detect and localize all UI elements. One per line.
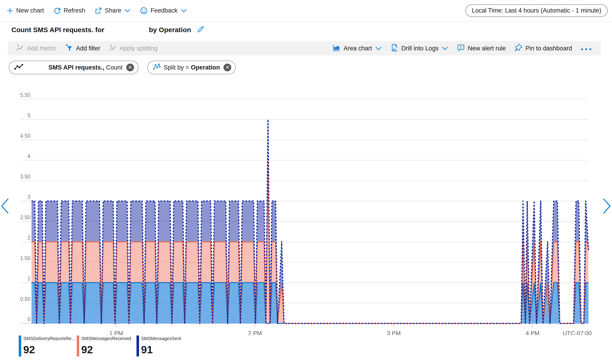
chart-toolbar: Add metric Add filter Apply splitting bbox=[8, 41, 601, 55]
y-axis-label: 1.50 bbox=[20, 255, 30, 261]
legend-series-name: SMSMessagesReceived bbox=[81, 336, 131, 341]
plus-icon bbox=[7, 7, 14, 14]
smiley-icon bbox=[140, 7, 148, 14]
scroll-right-button[interactable] bbox=[602, 198, 611, 215]
legend-series-value: 91 bbox=[141, 344, 181, 355]
y-axis-label: 1 bbox=[28, 275, 30, 282]
refresh-icon bbox=[54, 7, 61, 14]
add-filter-label: Add filter bbox=[76, 45, 100, 52]
y-axis-label: 4 bbox=[28, 153, 30, 159]
chevron-down-icon bbox=[375, 45, 382, 52]
legend-item[interactable]: SMSMessagesSent 91 bbox=[137, 336, 181, 356]
apply-splitting-button[interactable]: Apply splitting bbox=[106, 42, 160, 54]
legend-swatch bbox=[77, 336, 79, 356]
legend-item[interactable]: SMSMessagesReceived 92 bbox=[77, 336, 130, 356]
y-axis-label: 5 bbox=[28, 112, 30, 118]
add-filter-button[interactable]: Add filter bbox=[62, 42, 103, 55]
split-pill-label: Split by = bbox=[164, 64, 191, 71]
x-axis-label: 1 PM bbox=[109, 330, 123, 335]
pencil-icon bbox=[196, 31, 204, 34]
refresh-label: Refresh bbox=[64, 7, 85, 14]
scroll-left-button[interactable] bbox=[0, 198, 10, 215]
split-icon bbox=[153, 63, 161, 72]
chart-title-suffix: by Operation bbox=[149, 26, 191, 34]
y-axis-label: 3.50 bbox=[20, 174, 30, 180]
y-axis-label: 2 bbox=[28, 235, 30, 241]
split-pill[interactable]: Split by = Operation ✕ bbox=[147, 61, 236, 74]
metric-pill-name: SMS API requests., bbox=[48, 64, 104, 71]
drill-into-logs-label: Drill into Logs bbox=[401, 45, 439, 52]
ellipsis-icon bbox=[581, 44, 592, 52]
drill-into-logs-dropdown[interactable]: Drill into Logs bbox=[388, 42, 451, 55]
y-axis-label: 4.50 bbox=[20, 133, 30, 139]
pin-to-dashboard-label: Pin to dashboard bbox=[526, 45, 572, 52]
metric-pill-aggregation: Count bbox=[104, 64, 123, 71]
top-command-group: New chart Refresh Share bbox=[3, 5, 190, 16]
feedback-button[interactable]: Feedback bbox=[137, 5, 190, 16]
pin-icon bbox=[515, 43, 523, 53]
apply-splitting-icon bbox=[109, 44, 117, 53]
metrics-chart: 5.5054.5043.5032.5021.5010.5001 PM2 PM3 … bbox=[0, 87, 612, 335]
refresh-button[interactable]: Refresh bbox=[50, 5, 89, 16]
remove-metric-button[interactable]: ✕ bbox=[126, 64, 134, 71]
chevron-down-icon bbox=[442, 45, 448, 52]
chart-title-prefix: Count SMS API requests. for bbox=[11, 26, 104, 34]
more-commands-button[interactable] bbox=[578, 43, 594, 53]
metric-line-icon bbox=[14, 63, 24, 72]
chart-type-dropdown[interactable]: Area chart bbox=[330, 42, 384, 55]
legend-series-name: SMSDeliveryReportsRe... bbox=[23, 336, 75, 341]
new-chart-button[interactable]: New chart bbox=[3, 5, 47, 16]
chart-area: 5.5054.5043.5032.5021.5010.5001 PM2 PM3 … bbox=[0, 87, 612, 335]
alert-bubble-icon bbox=[457, 43, 465, 53]
timezone-label: UTC-07:00 bbox=[563, 330, 592, 335]
metric-pill[interactable]: SMS API requests., Count ✕ bbox=[9, 61, 139, 74]
x-axis-label: 3 PM bbox=[387, 330, 401, 335]
y-axis-label: 3 bbox=[28, 194, 30, 200]
legend-item[interactable]: SMSDeliveryReportsRe... 92 bbox=[19, 336, 70, 356]
legend-series-name: SMSMessagesSent bbox=[141, 336, 181, 341]
share-button[interactable]: Share bbox=[92, 5, 134, 16]
legend-series-value: 92 bbox=[23, 344, 75, 355]
edit-title-button[interactable] bbox=[196, 26, 204, 34]
chevron-left-icon bbox=[0, 211, 10, 215]
x-axis-label: 2 PM bbox=[248, 330, 262, 335]
legend-swatch bbox=[19, 336, 21, 356]
chart-toolbar-right: Area chart Drill into Logs New alert rul bbox=[330, 42, 594, 55]
redacted-resource-name bbox=[107, 29, 147, 31]
time-range-picker[interactable]: Local Time: Last 4 hours (Automatic - 1 … bbox=[465, 4, 608, 17]
chevron-down-icon bbox=[125, 9, 130, 13]
share-icon bbox=[95, 7, 102, 14]
chart-type-label: Area chart bbox=[344, 45, 372, 52]
share-label: Share bbox=[105, 7, 121, 14]
top-command-bar: New chart Refresh Share bbox=[0, 0, 612, 22]
pill-row: SMS API requests., Count ✕ Split by = Op… bbox=[9, 61, 236, 74]
split-pill-value: Operation bbox=[191, 64, 220, 71]
chart-toolbar-left: Add metric Add filter Apply splitting bbox=[14, 42, 160, 55]
drill-into-logs-icon bbox=[390, 43, 399, 53]
feedback-label: Feedback bbox=[151, 7, 178, 14]
chevron-down-icon bbox=[181, 9, 187, 13]
chevron-right-icon bbox=[602, 211, 611, 215]
y-axis-label: 2.50 bbox=[20, 214, 30, 221]
y-axis-label: 0 bbox=[28, 316, 30, 322]
new-alert-rule-button[interactable]: New alert rule bbox=[454, 42, 509, 55]
remove-split-button[interactable]: ✕ bbox=[223, 64, 231, 71]
new-chart-label: New chart bbox=[16, 7, 44, 14]
apply-splitting-label: Apply splitting bbox=[120, 45, 158, 52]
add-metric-button[interactable]: Add metric bbox=[14, 42, 59, 54]
y-axis-label: 0.50 bbox=[20, 296, 30, 302]
x-axis-label: 4 PM bbox=[526, 330, 540, 335]
chart-title-row: Count SMS API requests. for by Operation bbox=[11, 26, 204, 34]
legend-series-value: 92 bbox=[81, 344, 131, 355]
y-axis-label: 5.50 bbox=[20, 92, 30, 98]
chart-legend: SMSDeliveryReportsRe... 92 SMSMessagesRe… bbox=[19, 336, 188, 356]
metrics-explorer: New chart Refresh Share bbox=[0, 0, 612, 364]
pin-to-dashboard-button[interactable]: Pin to dashboard bbox=[512, 42, 575, 55]
add-metric-icon bbox=[16, 44, 24, 53]
area-chart-icon bbox=[333, 43, 341, 53]
new-alert-rule-label: New alert rule bbox=[468, 45, 506, 52]
legend-swatch bbox=[137, 336, 139, 356]
add-metric-label: Add metric bbox=[27, 45, 56, 52]
add-filter-icon bbox=[65, 43, 73, 53]
